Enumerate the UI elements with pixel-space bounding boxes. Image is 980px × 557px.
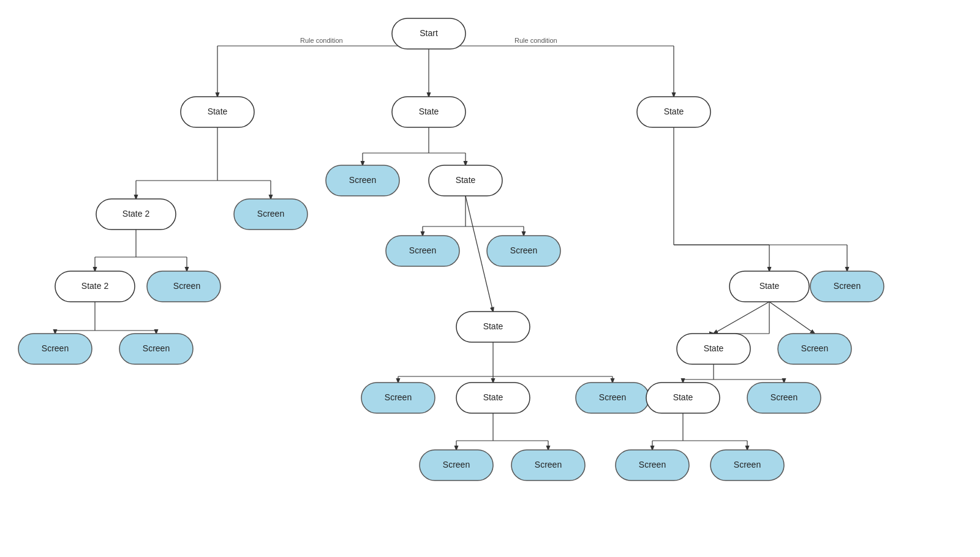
svg-line-52 xyxy=(714,302,769,334)
screen-r-deep-label: Screen xyxy=(801,343,828,353)
state-md-m-label: State xyxy=(483,392,503,402)
state-mid-deep-node[interactable]: State xyxy=(456,312,530,342)
screen-mdd-l-node[interactable]: Screen xyxy=(420,450,493,480)
state-mm-label: State xyxy=(456,175,476,185)
state-l-label: State xyxy=(208,107,228,116)
state-r-deep-node[interactable]: State xyxy=(677,334,750,364)
state-m-node[interactable]: State xyxy=(392,97,466,127)
screen-rdd-l-node[interactable]: Screen xyxy=(616,450,689,480)
state-r-child-label: State xyxy=(760,281,780,291)
state-r-node[interactable]: State xyxy=(637,97,710,127)
start-node[interactable]: Start xyxy=(392,18,466,49)
screen-b-l-node[interactable]: Screen xyxy=(18,334,92,364)
state-2-label: State 2 xyxy=(123,209,150,219)
screen-rd-r-node[interactable]: Screen xyxy=(747,383,821,413)
screen-md-r-label: Screen xyxy=(599,392,626,402)
screen-md-l-node[interactable]: Screen xyxy=(361,383,435,413)
screen-r-deep-node[interactable]: Screen xyxy=(778,334,851,364)
screen-md-l-label: Screen xyxy=(385,392,412,402)
state-r-label: State xyxy=(664,107,684,116)
state-rd-l-node[interactable]: State xyxy=(646,383,720,413)
state-m-label: State xyxy=(419,107,439,116)
state-2b-node[interactable]: State 2 xyxy=(55,271,135,302)
screen-rdd-l-label: Screen xyxy=(639,460,666,469)
state-2b-label: State 2 xyxy=(81,281,109,291)
screen-mm-r-node[interactable]: Screen xyxy=(487,236,560,266)
screen-mm-l-label: Screen xyxy=(409,245,436,255)
state-md-m-node[interactable]: State xyxy=(456,383,530,413)
state-mid-deep-label: State xyxy=(483,321,503,331)
screen-m-left-node[interactable]: Screen xyxy=(326,165,399,196)
rule-label-right: Rule condition xyxy=(514,37,557,44)
diagram-canvas: Rule condition Rule condition xyxy=(0,0,980,557)
start-label: Start xyxy=(420,28,438,38)
screen-r-top-node[interactable]: Screen xyxy=(810,271,884,302)
svg-line-53 xyxy=(769,302,815,334)
screen-r-top-label: Screen xyxy=(834,281,861,291)
screen-mdd-l-label: Screen xyxy=(443,460,470,469)
screen-rd-r-label: Screen xyxy=(771,392,797,402)
state-mm-node[interactable]: State xyxy=(429,165,502,196)
state-r-deep-label: State xyxy=(704,343,724,353)
screen-rdd-r-node[interactable]: Screen xyxy=(710,450,784,480)
screen-b-l-label: Screen xyxy=(42,343,69,353)
screen-md-r-node[interactable]: Screen xyxy=(576,383,649,413)
screen-l2-label: Screen xyxy=(173,281,200,291)
screen-mdd-r-label: Screen xyxy=(535,460,562,469)
screen-l-top-node[interactable]: Screen xyxy=(234,199,307,230)
rule-label-left: Rule condition xyxy=(300,37,343,44)
state-l-node[interactable]: State xyxy=(181,97,254,127)
screen-rdd-r-label: Screen xyxy=(734,460,761,469)
screen-b-r-node[interactable]: Screen xyxy=(119,334,193,364)
state-r-child-node[interactable]: State xyxy=(729,271,809,302)
screen-mm-r-label: Screen xyxy=(510,245,537,255)
screen-mm-l-node[interactable]: Screen xyxy=(386,236,459,266)
screen-mdd-r-node[interactable]: Screen xyxy=(511,450,585,480)
state-rd-l-label: State xyxy=(673,392,693,402)
screen-b-r-label: Screen xyxy=(143,343,170,353)
screen-m-left-label: Screen xyxy=(349,175,376,185)
state-2-node[interactable]: State 2 xyxy=(96,199,176,230)
screen-l2-node[interactable]: Screen xyxy=(147,271,221,302)
screen-l-top-label: Screen xyxy=(257,209,284,219)
